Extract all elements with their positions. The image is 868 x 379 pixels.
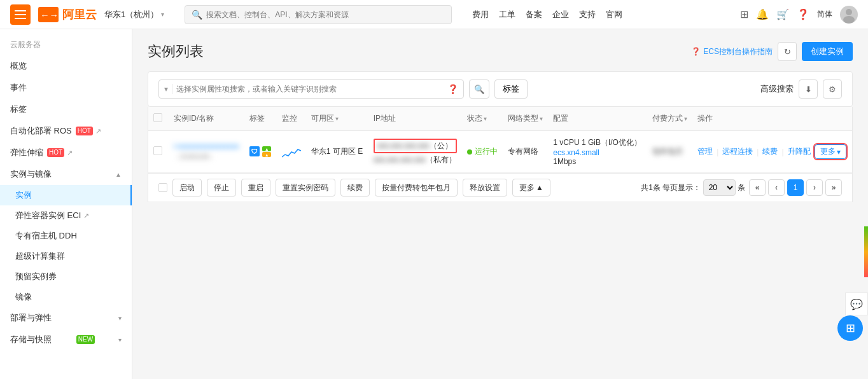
col-az[interactable]: 可用区 ▾ bbox=[311, 113, 363, 124]
config-cell: 1 vCPU 1 GiB（I/O优化） ecs.xn4.small 1Mbps bbox=[553, 137, 642, 166]
action-manage[interactable]: 管理 bbox=[697, 146, 713, 157]
refresh-button[interactable]: ↻ bbox=[778, 42, 797, 61]
instance-name: （实例名称） bbox=[174, 152, 239, 162]
col-status[interactable]: 状态 ▾ bbox=[467, 113, 498, 124]
page-last-btn[interactable]: » bbox=[825, 179, 842, 196]
col-network[interactable]: 网络类型 ▾ bbox=[508, 113, 543, 124]
user-avatar[interactable] bbox=[840, 6, 858, 24]
sidebar-item-ddh[interactable]: 专有宿主机 DDH bbox=[0, 226, 132, 246]
page-prev-btn[interactable]: ‹ bbox=[768, 179, 785, 196]
action-renew[interactable]: 续费 bbox=[762, 146, 778, 157]
nav-link-cost[interactable]: 费用 bbox=[472, 9, 489, 20]
col-monitor: 监控 bbox=[282, 114, 297, 123]
search-help-icon[interactable]: ❓ bbox=[447, 84, 458, 94]
monitor-cell bbox=[282, 146, 301, 158]
page-1-btn[interactable]: 1 bbox=[787, 179, 804, 196]
filter-arrow-icon: ▾ bbox=[164, 85, 168, 93]
monitor-tag-icon-2: ▲ bbox=[262, 152, 271, 157]
logo-text: 阿里云 bbox=[62, 7, 97, 22]
col-pay[interactable]: 付费方式 ▾ bbox=[652, 113, 687, 124]
nav-link-ticket[interactable]: 工单 bbox=[499, 9, 515, 20]
export-button[interactable]: ⬇ bbox=[799, 79, 818, 99]
cart-icon[interactable]: 🛒 bbox=[776, 8, 789, 20]
sidebar-item-events[interactable]: 事件 bbox=[0, 77, 132, 99]
page-size-select[interactable]: 20 50 100 bbox=[703, 179, 736, 196]
sidebar-group-storage[interactable]: 存储与快照 NEW ▾ bbox=[0, 329, 132, 350]
advanced-search-button[interactable]: 高级搜索 bbox=[760, 83, 794, 95]
nav-link-official[interactable]: 官网 bbox=[606, 9, 622, 20]
renew-button[interactable]: 续费 bbox=[340, 179, 370, 196]
table-header: 实例ID/名称 标签 监控 可用区 ▾ IP地址 状态 ▾ 网络类型 ▾ 配置 … bbox=[148, 107, 852, 131]
sidebar-item-hpc[interactable]: 超级计算集群 bbox=[0, 246, 132, 266]
nav-link-icp[interactable]: 备案 bbox=[526, 9, 542, 20]
sidebar-item-tags-label: 标签 bbox=[10, 104, 27, 115]
nav-search-input[interactable] bbox=[206, 10, 445, 19]
chat-float-btn[interactable]: 💬 bbox=[845, 293, 868, 315]
row-checkbox[interactable] bbox=[153, 146, 162, 155]
sidebar-item-scaling[interactable]: 弹性伸缩 HOT ↗ bbox=[0, 142, 132, 163]
region-label: 华东1（杭州） bbox=[104, 9, 158, 20]
bottom-select-all[interactable] bbox=[158, 183, 167, 192]
sidebar-item-scaling-label: 弹性伸缩 bbox=[10, 147, 43, 158]
lang-switch[interactable]: 简体 bbox=[817, 9, 832, 20]
spec-link[interactable]: ecs.xn4.small bbox=[553, 148, 599, 157]
sidebar-item-overview[interactable]: 概览 bbox=[0, 55, 132, 77]
pagination: 共1条 每页显示： 20 50 100 条 « ‹ 1 › » bbox=[641, 179, 842, 196]
dashboard-float-btn[interactable]: ⊞ bbox=[837, 315, 863, 341]
search-input[interactable] bbox=[176, 85, 444, 93]
sidebar-item-instances[interactable]: 实例 bbox=[0, 185, 132, 205]
sidebar-item-instances-label: 实例 bbox=[15, 190, 32, 201]
action-remote[interactable]: 远程连接 bbox=[722, 146, 753, 157]
instance-id[interactable]: i-xxxxxxxxxxxxxxxx bbox=[174, 142, 239, 151]
help-link[interactable]: ❓ ECS控制台操作指南 bbox=[691, 46, 773, 57]
svg-text:←→: ←→ bbox=[40, 10, 59, 20]
settings-button[interactable]: ⚙ bbox=[823, 79, 842, 99]
bell-icon[interactable]: 🔔 bbox=[756, 8, 769, 20]
sidebar-item-ros[interactable]: 自动化部署 ROS HOT ↗ bbox=[0, 120, 132, 142]
release-button[interactable]: 释放设置 bbox=[463, 179, 507, 196]
nav-links: 费用 工单 备案 企业 支持 官网 bbox=[472, 9, 622, 20]
page-header-actions: ❓ ECS控制台操作指南 ↻ 创建实例 bbox=[691, 42, 853, 61]
sidebar-item-eci[interactable]: 弹性容器实例 ECI ↗ bbox=[0, 205, 132, 226]
col-instance-id[interactable]: 实例ID/名称 bbox=[174, 113, 239, 124]
page-first-btn[interactable]: « bbox=[749, 179, 766, 196]
restart-button[interactable]: 重启 bbox=[241, 179, 270, 196]
monitor-tag-icon-1: ▲ bbox=[262, 146, 271, 151]
search-button[interactable]: 🔍 bbox=[469, 79, 489, 99]
page-next-btn[interactable]: › bbox=[806, 179, 823, 196]
sidebar-item-images[interactable]: 镜像 bbox=[0, 287, 132, 307]
sidebar-item-reserved[interactable]: 预留实例券 bbox=[0, 266, 132, 287]
scaling-badge: HOT bbox=[47, 148, 64, 157]
action-upgrade[interactable]: 升降配 bbox=[788, 146, 811, 157]
hamburger-button[interactable] bbox=[10, 4, 31, 25]
create-instance-button[interactable]: 创建实例 bbox=[802, 42, 853, 61]
sidebar-item-images-label: 镜像 bbox=[15, 291, 32, 303]
nav-link-enterprise[interactable]: 企业 bbox=[552, 9, 569, 20]
convert-pay-button[interactable]: 按量付费转包年包月 bbox=[375, 179, 458, 196]
monitor-chart bbox=[282, 146, 301, 158]
reset-pwd-button[interactable]: 重置实例密码 bbox=[276, 179, 335, 196]
nav-icons: ⊞ 🔔 🛒 ❓ 简体 bbox=[740, 6, 858, 24]
table-row: i-xxxxxxxxxxxxxxxx （实例名称） 🛡 ▲ ▲ bbox=[148, 131, 852, 173]
more-actions-button[interactable]: 更多 ▾ bbox=[815, 144, 846, 159]
question-icon[interactable]: ❓ bbox=[797, 8, 809, 20]
tag-button[interactable]: 标签 bbox=[494, 79, 528, 99]
screen-icon[interactable]: ⊞ bbox=[740, 8, 748, 20]
bottom-more-button[interactable]: 更多 ▲ bbox=[512, 179, 550, 196]
select-all-checkbox[interactable] bbox=[153, 113, 162, 122]
sidebar-group-instance-image-content: 实例 弹性容器实例 ECI ↗ 专有宿主机 DDH 超级计算集群 预留实例券 镜… bbox=[0, 185, 132, 307]
sidebar-item-events-label: 事件 bbox=[10, 82, 27, 93]
eci-ext-icon: ↗ bbox=[83, 212, 89, 220]
more-arrow-icon: ▾ bbox=[837, 148, 841, 156]
instance-table: 实例ID/名称 标签 监控 可用区 ▾ IP地址 状态 ▾ 网络类型 ▾ 配置 … bbox=[148, 107, 852, 173]
sidebar-item-tags[interactable]: 标签 bbox=[0, 99, 132, 120]
sidebar-item-ddh-label: 专有宿主机 DDH bbox=[15, 230, 77, 242]
sidebar-item-overview-label: 概览 bbox=[10, 60, 27, 72]
region-selector[interactable]: 华东1（杭州） ▾ bbox=[104, 9, 164, 20]
stop-button[interactable]: 停止 bbox=[207, 179, 236, 196]
sidebar-group-storage-label: 存储与快照 bbox=[10, 334, 52, 345]
nav-link-support[interactable]: 支持 bbox=[579, 9, 596, 20]
sidebar-group-deploy[interactable]: 部署与弹性 ▾ bbox=[0, 307, 132, 329]
start-button[interactable]: 启动 bbox=[172, 179, 202, 196]
sidebar-group-instance-image[interactable]: 实例与镜像 ▲ bbox=[0, 163, 132, 185]
